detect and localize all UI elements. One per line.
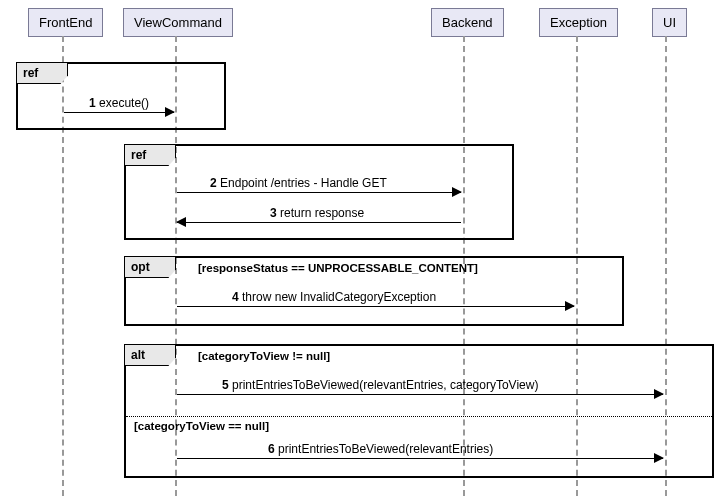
- frame-opt-label: opt: [125, 257, 176, 278]
- message-4-arrow: [177, 306, 574, 307]
- frame-alt-divider: [126, 416, 712, 417]
- message-5-label: 5 printEntriesToBeViewed(relevantEntries…: [222, 378, 538, 392]
- message-1-label: 1 execute(): [89, 96, 149, 110]
- frame-opt-guard: [responseStatus == UNPROCESSABLE_CONTENT…: [198, 262, 478, 274]
- frame-ref-2-label: ref: [125, 145, 176, 166]
- message-6-label: 6 printEntriesToBeViewed(relevantEntries…: [268, 442, 493, 456]
- message-4-label: 4 throw new InvalidCategoryException: [232, 290, 436, 304]
- participant-viewcommand: ViewCommand: [123, 8, 233, 37]
- message-2-label: 2 Endpoint /entries - Handle GET: [210, 176, 387, 190]
- frame-alt-label: alt: [125, 345, 176, 366]
- message-3-label: 3 return response: [270, 206, 364, 220]
- participant-exception: Exception: [539, 8, 618, 37]
- participant-backend: Backend: [431, 8, 504, 37]
- frame-ref-1-label: ref: [17, 63, 68, 84]
- message-6-arrow: [177, 458, 663, 459]
- frame-alt-guard-2: [categoryToView == null]: [134, 420, 269, 432]
- participant-frontend: FrontEnd: [28, 8, 103, 37]
- message-5-arrow: [177, 394, 663, 395]
- frame-alt-guard-1: [categoryToView != null]: [198, 350, 330, 362]
- participant-ui: UI: [652, 8, 687, 37]
- message-3-arrow: [177, 222, 461, 223]
- message-1-arrow: [64, 112, 174, 113]
- message-2-arrow: [177, 192, 461, 193]
